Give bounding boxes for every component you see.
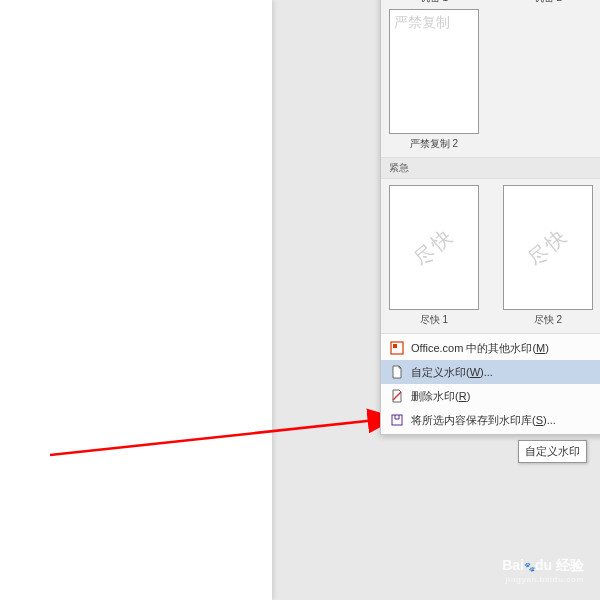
thumb-label: 机密 1 xyxy=(389,0,479,5)
svg-rect-5 xyxy=(392,415,402,425)
document-page xyxy=(0,0,272,600)
menu-label: 将所选内容保存到水印库(S)... xyxy=(411,413,556,428)
watermark-thumb: 尽快 xyxy=(503,185,593,310)
watermark-thumb-item[interactable]: 尽快 尽快 1 xyxy=(389,185,479,327)
baidu-logo: Bai🐾du 经验 jingyan.baidu.com xyxy=(502,557,584,584)
watermark-preview-text: 严禁复制 xyxy=(394,14,450,32)
thumb-label: 尽快 2 xyxy=(534,313,562,327)
save-gallery-icon xyxy=(389,412,405,428)
watermark-popup: 机密 1 机密 2 严禁复制 严禁复制 2 紧急 尽快 尽快 1 尽快 尽快 2 xyxy=(380,0,600,435)
thumb-label: 尽快 1 xyxy=(420,313,448,327)
thumb-label: 严禁复制 2 xyxy=(410,137,458,151)
menu-label: 自定义水印(W)... xyxy=(411,365,493,380)
office-icon xyxy=(389,340,405,356)
watermark-preview-text: 尽快 xyxy=(408,223,459,272)
thumb-label: 机密 2 xyxy=(503,0,593,5)
menu-label: Office.com 中的其他水印(M) xyxy=(411,341,549,356)
section-header-urgent: 紧急 xyxy=(381,157,600,179)
watermark-preview-text: 尽快 xyxy=(522,223,573,272)
tooltip: 自定义水印 xyxy=(518,440,587,463)
menu-save-to-gallery[interactable]: 将所选内容保存到水印库(S)... xyxy=(381,408,600,432)
menu-remove-watermark[interactable]: 删除水印(R) xyxy=(381,384,600,408)
svg-rect-3 xyxy=(393,344,397,348)
menu-office-watermarks[interactable]: Office.com 中的其他水印(M) xyxy=(381,336,600,360)
menu-label: 删除水印(R) xyxy=(411,389,470,404)
watermark-thumb-item[interactable]: 尽快 尽快 2 xyxy=(503,185,593,327)
page-icon xyxy=(389,364,405,380)
remove-icon xyxy=(389,388,405,404)
watermark-thumb: 尽快 xyxy=(389,185,479,310)
top-label-row: 机密 1 机密 2 xyxy=(381,0,600,9)
watermark-thumb: 严禁复制 xyxy=(389,9,479,134)
menu-custom-watermark[interactable]: 自定义水印(W)... xyxy=(381,360,600,384)
watermark-thumb-item[interactable]: 严禁复制 严禁复制 2 xyxy=(389,9,479,151)
